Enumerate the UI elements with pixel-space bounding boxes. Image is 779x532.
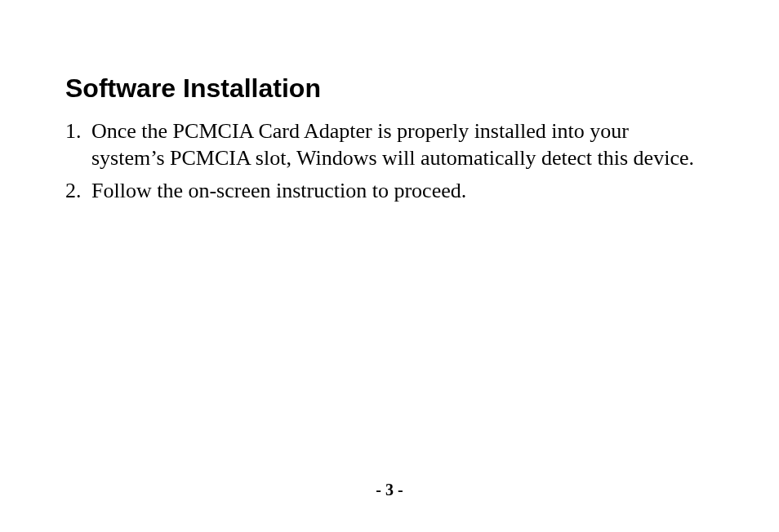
list-item: 2. Follow the on-screen instruction to p…: [65, 178, 706, 205]
list-item-marker: 1.: [65, 118, 91, 171]
section-heading: Software Installation: [65, 73, 706, 104]
list-item-text: Once the PCMCIA Card Adapter is properly…: [91, 118, 706, 171]
list-item-marker: 2.: [65, 178, 91, 205]
list-item: 1. Once the PCMCIA Card Adapter is prope…: [65, 118, 706, 171]
list-item-text: Follow the on-screen instruction to proc…: [91, 178, 706, 205]
instruction-list: 1. Once the PCMCIA Card Adapter is prope…: [65, 118, 706, 205]
page-number: - 3 -: [0, 481, 779, 499]
